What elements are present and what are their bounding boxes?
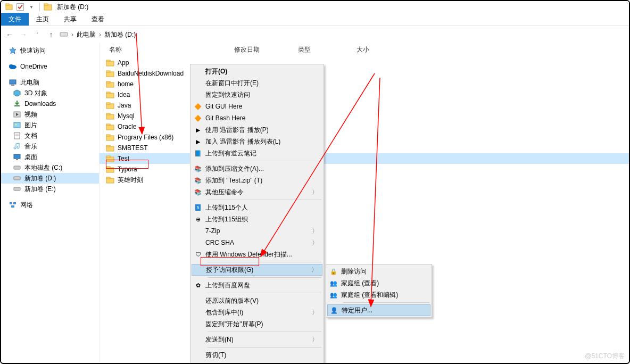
menu-item[interactable]: 📚其他压缩命令〉	[192, 186, 322, 198]
list-item[interactable]: 英雄时刻	[100, 175, 629, 185]
list-item[interactable]: Oracle	[100, 121, 629, 132]
chevron-right-icon: 〉	[312, 238, 318, 247]
tab-view[interactable]: 查看	[84, 13, 112, 26]
submenu-item[interactable]: 👥家庭组 (查看)	[327, 277, 430, 289]
dropdown-icon[interactable]: ▼	[27, 3, 36, 11]
sidebar-item-music[interactable]: 音乐	[1, 141, 99, 152]
menu-item[interactable]: 剪切(T)	[192, 349, 322, 361]
sidebar-this-pc[interactable]: 此电脑	[1, 77, 99, 88]
sidebar-network[interactable]: 网络	[1, 200, 99, 210]
column-size[interactable]: 大小	[357, 45, 399, 54]
sidebar-item-videos[interactable]: 视频	[1, 109, 99, 120]
menu-item[interactable]: ▶加入 迅雷影音 播放列表(L)	[192, 136, 322, 147]
forward-button[interactable]: →	[18, 30, 29, 39]
menu-item[interactable]: 还原以前的版本(V)	[192, 295, 322, 307]
menu-item[interactable]: CRC SHA〉	[192, 237, 322, 249]
folder-icon	[44, 3, 52, 11]
back-button[interactable]: ←	[4, 30, 15, 39]
menu-icon	[194, 67, 202, 76]
sidebar-item-downloads[interactable]: Downloads	[1, 98, 99, 109]
nav-bar: ← → ˅ ↑ › 此电脑 › 新加卷 (D:)	[1, 26, 629, 43]
tab-share[interactable]: 共享	[56, 13, 84, 26]
menu-item[interactable]: 7-Zip〉	[192, 225, 322, 237]
column-type[interactable]: 类型	[298, 45, 351, 54]
list-item[interactable]: Prograry Files (x86)	[100, 132, 629, 143]
menu-item[interactable]: 在新窗口中打开(E)	[192, 77, 322, 89]
up-button[interactable]: ↑	[46, 30, 56, 39]
tab-file[interactable]: 文件	[1, 13, 29, 26]
menu-item[interactable]: 📘上传到有道云笔记	[192, 147, 322, 159]
menu-item[interactable]: 5上传到115个人	[192, 202, 322, 213]
breadcrumb-drive[interactable]: 新加卷 (D:)	[104, 30, 136, 39]
menu-icon: 📚	[194, 188, 202, 196]
menu-item[interactable]: 📚添加到 "Test.zip" (T)	[192, 175, 322, 186]
sidebar-item-desktop[interactable]: 桌面	[1, 152, 99, 162]
menu-item[interactable]: 包含到库中(I)〉	[192, 307, 322, 318]
svg-rect-8	[10, 80, 16, 84]
list-item[interactable]: Typora	[100, 164, 629, 175]
list-item[interactable]: Java	[100, 100, 629, 111]
submenu-item[interactable]: 👥家庭组 (查看和编辑)	[327, 289, 430, 301]
sidebar-quick-access[interactable]: 快速访问	[1, 45, 99, 56]
context-menu: 打开(O)在新窗口中打开(E)固定到快速访问🔶Git GUI Here🔶Git …	[190, 64, 324, 364]
menu-icon: 5	[194, 203, 202, 212]
svg-rect-27	[106, 60, 110, 62]
drive-icon	[13, 174, 21, 183]
tab-home[interactable]: 主页	[29, 13, 56, 26]
menu-icon: 📘	[194, 149, 202, 158]
list-item[interactable]: App	[100, 57, 629, 68]
chevron-right-icon: 〉	[312, 227, 318, 236]
menu-icon: 👤	[330, 306, 338, 315]
menu-item[interactable]: 发送到(N)〉	[192, 334, 322, 345]
list-item[interactable]: Test	[100, 153, 629, 164]
column-date[interactable]: 修改日期	[234, 45, 293, 54]
list-item[interactable]: SMBTEST	[100, 143, 629, 153]
list-item[interactable]: home	[100, 79, 629, 89]
drive-icon	[13, 163, 21, 172]
menu-item[interactable]: 打开(O)	[192, 65, 322, 77]
drive-icon	[13, 185, 21, 193]
folder-icon	[106, 69, 114, 78]
svg-rect-22	[14, 187, 20, 191]
menu-item[interactable]: ⊕上传到115组织	[192, 213, 322, 225]
column-name[interactable]: 名称	[109, 45, 229, 54]
menu-item[interactable]: 固定到快速访问	[192, 89, 322, 101]
checkbox-icon[interactable]	[16, 3, 24, 11]
folder-icon	[106, 144, 114, 152]
menu-item[interactable]: 复制(C)	[192, 361, 322, 364]
sidebar-item-pictures[interactable]: 图片	[1, 120, 99, 130]
sidebar-item-3d[interactable]: 3D 对象	[1, 88, 99, 98]
menu-icon	[194, 296, 202, 305]
menu-item[interactable]: 固定到"开始"屏幕(P)	[192, 318, 322, 330]
sidebar-item-documents[interactable]: 文档	[1, 130, 99, 141]
menu-item[interactable]: 📚添加到压缩文件(A)...	[192, 163, 322, 175]
menu-item[interactable]: 授予访问权限(G)〉	[192, 264, 322, 276]
submenu-item[interactable]: 👤特定用户...	[327, 304, 430, 316]
recent-dropdown[interactable]: ˅	[32, 32, 43, 37]
ribbon-tabs: 文件 主页 共享 查看	[1, 13, 629, 26]
chevron-right-icon: 〉	[312, 308, 318, 317]
sidebar-item-drive-d[interactable]: 新加卷 (D:)	[1, 173, 99, 184]
list-item[interactable]: BaiduNetdiskDownload	[100, 68, 629, 79]
drive-small-icon	[60, 31, 68, 39]
sidebar-item-drive-e[interactable]: 新加卷 (E:)	[1, 184, 99, 194]
sidebar-onedrive[interactable]: OneDrive	[1, 61, 99, 72]
submenu-item[interactable]: 🔒删除访问	[327, 266, 430, 277]
menu-item[interactable]: 🔶Git Bash Here	[192, 112, 322, 124]
menu-item[interactable]: 🔶Git GUI Here	[192, 101, 322, 112]
svg-rect-19	[16, 159, 18, 160]
sidebar-item-drive-c[interactable]: 本地磁盘 (C:)	[1, 162, 99, 173]
svg-rect-4	[60, 32, 68, 36]
menu-item[interactable]: ▶使用 迅雷影音 播放(P)	[192, 124, 322, 136]
menu-item[interactable]: 🛡使用 Windows Defender扫描...	[192, 249, 322, 260]
menu-icon	[194, 351, 202, 359]
list-item[interactable]: Idea	[100, 89, 629, 100]
address-bar[interactable]: › 此电脑 › 新加卷 (D:)	[60, 30, 136, 39]
list-item[interactable]: Mysql	[100, 111, 629, 121]
menu-item[interactable]: ✿上传到百度网盘	[192, 279, 322, 291]
breadcrumb-pc[interactable]: 此电脑	[77, 30, 96, 39]
svg-rect-41	[106, 135, 110, 136]
document-icon	[13, 131, 21, 140]
menu-icon: 📚	[194, 176, 202, 185]
pc-icon	[9, 78, 17, 87]
